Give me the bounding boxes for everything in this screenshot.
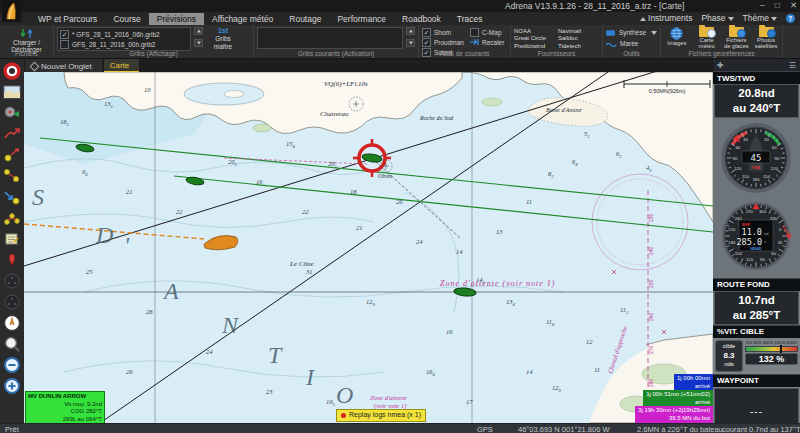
images-button[interactable]: Images bbox=[664, 27, 690, 50]
cmap-label[interactable]: C-Map bbox=[482, 29, 502, 36]
grib-file-2[interactable]: GFS_28_11_2016_00h.grib2 bbox=[72, 41, 155, 48]
chart-tab-bar: Nouvel Onglet Carte bbox=[24, 59, 713, 72]
compass-dim-2-icon[interactable] bbox=[3, 293, 21, 311]
instruments-menu[interactable]: Instruments bbox=[638, 13, 693, 23]
engine-icon[interactable] bbox=[3, 104, 21, 122]
tws-twd-header[interactable]: TWS/TWD bbox=[713, 71, 800, 84]
compass-icon[interactable] bbox=[3, 314, 21, 332]
wind-angle-gauge[interactable]: 303060609090120120150150180 45 TWA bbox=[713, 118, 800, 200]
maree-button[interactable]: Marée bbox=[606, 38, 657, 49]
panel-settings-icon[interactable]: ✚ bbox=[717, 61, 724, 70]
svg-text:90: 90 bbox=[760, 257, 765, 262]
panel-menu-icon[interactable]: ☰ bbox=[789, 61, 796, 70]
fichiers-glaces-button[interactable]: Fichiers de glaces bbox=[724, 27, 750, 50]
svg-text:150: 150 bbox=[735, 251, 743, 256]
provider-noaa[interactable]: NOAA bbox=[514, 28, 556, 34]
tab-roadbook[interactable]: Roadbook bbox=[394, 13, 449, 25]
provider-tidetech[interactable]: Tidetech bbox=[558, 43, 598, 49]
phase-menu[interactable]: Phase bbox=[701, 13, 733, 23]
pin-red-icon[interactable] bbox=[3, 251, 21, 269]
grib-file-1[interactable]: * GFS_28_11_2016_06h.grib2 bbox=[72, 31, 160, 38]
nautical-chart[interactable]: 0.50MN(926m) 230 240 250 260 270 bbox=[24, 72, 713, 423]
ais-cog: COG 282°T bbox=[28, 408, 102, 416]
ais-speed: Vit moy. 9.2nd bbox=[28, 401, 102, 409]
tab-affichage-meteo[interactable]: Affichage météo bbox=[204, 13, 281, 25]
vit-cible-readout: 132 % bbox=[745, 353, 798, 365]
carte-meteo-button[interactable]: Carte météo bbox=[694, 27, 720, 50]
gribs-maitre-button[interactable]: 1st Gribs maître bbox=[206, 27, 240, 49]
zone-attente-label: Zone d'attente (voir note 1) bbox=[440, 279, 555, 288]
svg-text:26: 26 bbox=[396, 198, 403, 205]
replay-banner[interactable]: Replay logs nmea (x 1) bbox=[336, 409, 426, 422]
proudman-label[interactable]: Proudman bbox=[434, 39, 464, 46]
zoom-in-icon[interactable] bbox=[3, 377, 21, 395]
group-label: Outils bbox=[603, 50, 660, 57]
route-blue-icon[interactable] bbox=[3, 188, 21, 206]
group-label: Fichiers géoréférencés bbox=[661, 50, 782, 57]
maximize-button[interactable]: □ bbox=[775, 0, 780, 10]
checkbox[interactable]: ✓ bbox=[60, 30, 69, 39]
svg-text:12: 12 bbox=[586, 338, 593, 345]
svg-text:24: 24 bbox=[206, 348, 213, 355]
ais-info-box[interactable]: MV DUNLIN ARROW Vit moy. 9.2nd COG 282°T… bbox=[25, 391, 105, 423]
minimize-button[interactable]: – bbox=[760, 0, 765, 10]
provider-saildoc[interactable]: Saildoc bbox=[558, 35, 598, 41]
gribs-courants-scroll[interactable] bbox=[406, 27, 415, 47]
svg-text:150: 150 bbox=[742, 174, 750, 179]
group-label: Gribs (Affichage) bbox=[54, 50, 253, 57]
help-icon[interactable]: ? bbox=[786, 14, 795, 23]
route-multi-icon[interactable] bbox=[3, 209, 21, 227]
gribs-list[interactable]: ✓* GFS_28_11_2016_06h.grib2 GFS_28_11_20… bbox=[57, 27, 191, 51]
tab-carte[interactable]: Carte bbox=[104, 59, 140, 72]
close-button[interactable]: ✕ bbox=[790, 0, 797, 10]
vit-cible-header[interactable]: %VIT. CIBLE bbox=[713, 325, 800, 338]
svg-text:120: 120 bbox=[771, 166, 779, 171]
tab-routage[interactable]: Routage bbox=[281, 13, 329, 25]
synthese-button[interactable]: Synthèse bbox=[606, 27, 657, 38]
tab-nouvel-onglet[interactable]: Nouvel Onglet bbox=[25, 59, 102, 72]
provider-great-circle[interactable]: Great Circle bbox=[514, 35, 556, 41]
compass-dim-1-icon[interactable] bbox=[3, 272, 21, 290]
sea-letter: ' bbox=[124, 232, 131, 259]
tab-previsions[interactable]: Prévisions bbox=[149, 13, 204, 25]
checkbox[interactable]: ✓ bbox=[422, 38, 431, 47]
group-atlas-courants: ✓Shom ✓Proudman ✓Solent C-Map Recaler At… bbox=[419, 25, 511, 58]
svg-text:11: 11 bbox=[526, 198, 532, 205]
tab-course[interactable]: Course bbox=[105, 13, 148, 25]
tab-wp-et-parcours[interactable]: WP et Parcours bbox=[30, 13, 105, 25]
photos-satellites-button[interactable]: Photos satellites bbox=[753, 27, 779, 50]
tab-traces[interactable]: Traces bbox=[449, 13, 491, 25]
waypoint-list-icon[interactable] bbox=[3, 167, 21, 185]
svg-text:18: 18 bbox=[350, 188, 357, 195]
magnifier-icon[interactable] bbox=[3, 335, 21, 353]
gribs-list-scroll[interactable] bbox=[194, 27, 203, 47]
svg-text:16: 16 bbox=[446, 328, 453, 335]
provider-predictwind[interactable]: Predictwind bbox=[514, 43, 556, 49]
target-speed-box: cible 8.3 nds bbox=[715, 340, 743, 372]
chart-icon[interactable] bbox=[3, 83, 21, 101]
basse-amour-label: Basse d'Amour bbox=[546, 107, 583, 113]
route-red-icon[interactable] bbox=[3, 125, 21, 143]
compass-gauge[interactable]: 0306090120150180210240270300330 BSP 11.0… bbox=[713, 200, 800, 278]
group-fichiers-georeferences: Images Carte météo Fichiers de glaces Ph… bbox=[661, 25, 783, 58]
theme-menu[interactable]: Thème bbox=[743, 13, 777, 23]
tab-performance[interactable]: Performance bbox=[329, 13, 394, 25]
sea-letter: A bbox=[164, 278, 181, 305]
gribs-courants-list[interactable] bbox=[257, 27, 403, 49]
group-fichiers: Charger / Décharger Fichiers bbox=[0, 25, 54, 58]
zoom-out-icon[interactable] bbox=[3, 356, 21, 374]
route-fond-header[interactable]: ROUTE FOND bbox=[713, 278, 800, 291]
checkbox[interactable]: ✓ bbox=[422, 28, 431, 37]
waypoint-header[interactable]: WAYPOINT bbox=[713, 374, 800, 387]
life-ring-icon[interactable] bbox=[3, 62, 21, 80]
folder-satellite-icon bbox=[759, 27, 774, 37]
shom-label[interactable]: Shom bbox=[434, 29, 451, 36]
provider-navimail[interactable]: Navimail bbox=[558, 28, 598, 34]
recaler-button[interactable]: Recaler bbox=[470, 37, 504, 47]
waypoint-add-icon[interactable] bbox=[3, 146, 21, 164]
svg-text:230: 230 bbox=[648, 213, 654, 222]
checkbox[interactable] bbox=[60, 40, 69, 49]
notes-icon[interactable] bbox=[3, 230, 21, 248]
ais-name: MV DUNLIN ARROW bbox=[28, 393, 102, 401]
checkbox[interactable] bbox=[470, 28, 479, 37]
